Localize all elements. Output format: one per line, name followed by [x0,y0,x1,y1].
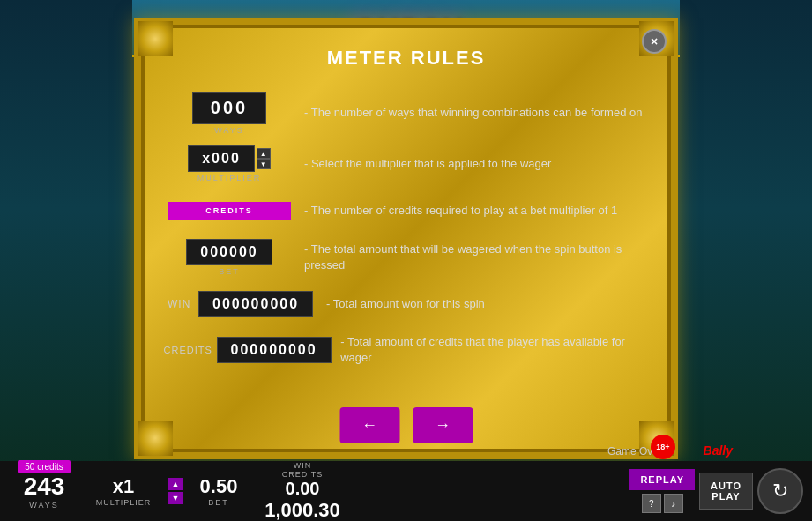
bet-display-label: BET [208,498,229,507]
rule-row-credits-bar: CREDITS - The number of credits required… [168,193,644,228]
next-button[interactable]: → [413,407,473,443]
bet-indicator: 000000 BET [168,239,291,276]
modal-title: METER RULES [168,47,644,70]
win-display-value: 0.00 [286,479,320,499]
credits-value-box: 000000000 [217,337,332,363]
credits-rule-text: - Total amount of credits that the playe… [340,334,644,366]
win-rule-text: - Total amount won for this spin [326,296,485,312]
win-indicator: WIN 000000000 [168,291,313,317]
win-display-label: WIN [294,461,312,470]
bet-value: 000000 [200,244,257,259]
spin-button[interactable]: ↻ [757,468,803,514]
rule-row-ways: 000 WAYS - The number of ways that winni… [168,92,644,135]
ways-box: 000 [192,92,266,124]
ways-indicator: 000 WAYS [168,92,291,135]
credits-bar-text: CREDITS [205,206,253,215]
bet-label: BET [219,267,240,276]
win-value-box: 000000000 [198,291,313,317]
autoplay-label: AUTO PLAY [711,480,741,502]
credits-bar-rule-text: - The number of credits required to play… [304,203,617,219]
multiplier-value: x000 [202,151,241,166]
next-arrow-icon: → [435,416,451,435]
multiplier-display: x1 MULTIPLIER [84,475,163,507]
multiplier-arrows: ▲ ▼ [257,148,271,169]
replay-button[interactable]: REPLAY [629,469,695,490]
ways-display-label: WAYS [29,501,59,510]
rule-row-multiplier: x000 ▲ ▼ MULTIPLIER - Select the multipl… [168,145,644,182]
win-credits-label: CREDITS [282,470,324,479]
nav-buttons: ← → [339,407,473,443]
multiplier-display-group: x1 MULTIPLIER ▲ ▼ [84,475,188,507]
replay-group: REPLAY ? ♪ [629,469,695,513]
ways-display-value: 243 [24,473,65,501]
multiplier-rule-text: - Select the multiplier that is applied … [304,156,551,172]
win-row: WIN 000000000 [168,291,313,317]
sound-button[interactable]: ♪ [664,494,683,513]
multiplier-stepper: ▲ ▼ [168,478,183,504]
bet-display-value: 0.50 [200,475,238,498]
close-button[interactable]: × [642,29,667,54]
mult-display-label: MULTIPLIER [96,498,151,507]
prev-arrow-icon: ← [361,416,377,435]
question-button[interactable]: ? [642,494,661,513]
credits-bar: CREDITS [168,202,291,220]
bet-value-box: 000000 [186,239,272,265]
credits-display-value: 1,000.30 [264,499,340,522]
replay-label: REPLAY [640,474,684,485]
game-container: ❧ GYPSY ❧ METER RULES × 000 WAYS [0,0,812,521]
credits-indicator: CREDITS 000000000 [168,337,327,363]
credits-badge: 50 credits [18,460,70,473]
win-display: WIN CREDITS 0.00 1,000.30 [258,461,346,522]
ways-display: 50 credits 243 WAYS [9,473,79,510]
bet-container: 000000 BET [186,239,272,276]
prev-button[interactable]: ← [339,407,399,443]
credits-row-label: CREDITS [164,345,217,355]
stepper-up-btn[interactable]: ▲ [168,478,183,490]
close-icon: × [651,35,658,48]
right-buttons: REPLAY ? ♪ AUTO PLAY ↻ [629,468,803,514]
ways-rule-text: - The number of ways that winning combin… [304,105,642,121]
ways-label: WAYS [214,126,244,135]
credits-value: 000000000 [231,342,317,357]
bally-logo: Bally [704,443,733,458]
bet-rule-text: - The total amount that will be wagered … [304,242,644,273]
rules-table: 000 WAYS - The number of ways that winni… [168,92,644,368]
rule-row-win: WIN 000000000 - Total amount won for thi… [168,287,644,322]
meter-rules-modal: METER RULES × 000 WAYS - The number of w… [141,25,671,452]
autoplay-button[interactable]: AUTO PLAY [699,473,753,510]
age-badge: 18+ [651,435,675,459]
multiplier-up-btn[interactable]: ▲ [257,148,271,159]
multiplier-box: x000 [188,145,255,172]
ways-value: 000 [211,98,248,117]
stepper-down-btn[interactable]: ▼ [168,492,183,504]
win-label-text: WIN [168,298,198,310]
credits-bar-indicator: CREDITS [168,202,291,220]
multiplier-container: x000 ▲ ▼ [188,145,271,172]
multiplier-indicator: x000 ▲ ▼ MULTIPLIER [168,145,291,182]
rule-row-bet: 000000 BET - The total amount that will … [168,239,644,276]
rule-row-credits: CREDITS 000000000 - Total amount of cred… [168,332,644,368]
bet-display: 0.50 BET [192,475,245,507]
bottom-bar: 50 credits 243 WAYS x1 MULTIPLIER ▲ ▼ 0.… [0,461,812,521]
multiplier-label: MULTIPLIER [197,174,261,182]
multiplier-down-btn[interactable]: ▼ [257,159,271,169]
replay-icons: ? ♪ [642,494,683,513]
mult-display-value: x1 [113,475,134,498]
spin-icon: ↻ [772,480,788,502]
win-value: 000000000 [212,296,299,311]
credits-row: CREDITS 000000000 [164,337,332,363]
